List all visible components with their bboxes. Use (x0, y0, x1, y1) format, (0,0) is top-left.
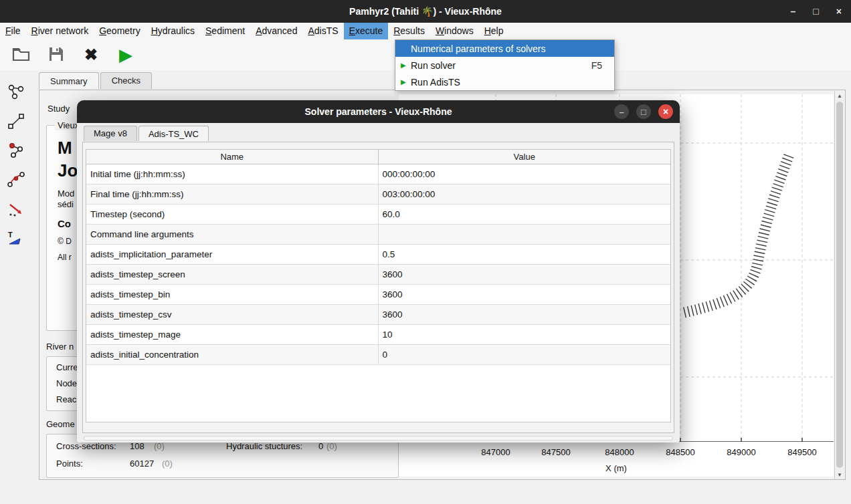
open-project-button[interactable] (11, 44, 32, 66)
table-row[interactable]: Command line arguments (86, 225, 670, 245)
study-title-line1: M (58, 138, 72, 158)
param-name: Command line arguments (86, 225, 379, 244)
menu-hydraulics[interactable]: Hydraulics (146, 23, 200, 39)
param-name: adists_timestep_bin (86, 285, 379, 304)
menu-item-label: Run solver (411, 60, 456, 71)
tab-adis-ts-wc[interactable]: Adis-TS_WC (138, 126, 209, 141)
header-value[interactable]: Value (379, 150, 671, 164)
river-network-icon (7, 82, 25, 103)
cross-sections-value: 108 (130, 441, 145, 451)
execute-menu: Numerical parameters of solvers ▶ Run so… (395, 39, 615, 91)
scroll-up-arrow[interactable]: ▲ (835, 91, 844, 100)
dialog-title: Solver parameters - Vieux-Rhône (305, 106, 452, 117)
menu-item-run-adists[interactable]: ▶ Run AdisTS (395, 74, 614, 90)
table-row[interactable]: adists_timestep_bin 3600 (86, 285, 670, 305)
menu-windows[interactable]: Windows (430, 23, 479, 39)
reach-icon (7, 112, 25, 132)
table-row[interactable]: Final time (jj:hh:mm:ss) 003:00:00:00 (86, 184, 670, 205)
param-value[interactable]: 003:00:00:00 (379, 184, 671, 204)
param-value[interactable]: 3600 (379, 305, 671, 324)
param-value[interactable]: 10 (379, 325, 671, 344)
tab-mage-v8[interactable]: Mage v8 (84, 126, 137, 141)
play-icon: ▶ (401, 78, 411, 86)
menu-help[interactable]: Help (479, 23, 509, 39)
run-play-icon: ▶ (119, 46, 132, 64)
param-name: Timestep (second) (86, 205, 379, 224)
scrollbar-thumb[interactable] (836, 102, 843, 468)
save-floppy-icon (48, 46, 64, 64)
table-row[interactable]: Timestep (second) 60.0 (86, 205, 670, 225)
vertical-scrollbar[interactable]: ▲ ▼ (834, 91, 844, 479)
menu-sediment[interactable]: Sediment (200, 23, 250, 39)
slope-tool-button[interactable] (5, 199, 27, 221)
open-folder-icon (12, 46, 31, 64)
study-desc-line2: sédi (58, 199, 74, 209)
current-network-label: Curre (56, 362, 78, 372)
param-value[interactable]: 3600 (379, 265, 671, 284)
river-network-tool-button[interactable] (5, 82, 27, 103)
menu-river-network[interactable]: River network (26, 23, 94, 39)
transport-arrow-icon: T (7, 229, 25, 250)
dialog-minimize-button[interactable]: – (614, 104, 629, 119)
dialog-maximize-button[interactable]: □ (636, 104, 651, 119)
reach-tool-button[interactable] (5, 111, 27, 132)
menu-item-run-solver[interactable]: ▶ Run solver F5 (395, 57, 614, 74)
param-value[interactable]: 0.5 (379, 245, 671, 264)
table-row[interactable]: adists_initial_concentration 0 (86, 345, 670, 365)
menu-advanced[interactable]: Advanced (250, 23, 302, 39)
menu-adists[interactable]: AdisTS (302, 23, 343, 39)
param-value[interactable]: 000:00:00:00 (379, 164, 671, 184)
tab-summary[interactable]: Summary (39, 72, 99, 89)
scroll-down-arrow[interactable]: ▼ (835, 470, 844, 479)
x-tick-0: 847000 (474, 447, 517, 457)
param-value[interactable] (379, 225, 671, 244)
table-row[interactable]: adists_timestep_screen 3600 (86, 265, 670, 285)
close-button[interactable]: × (836, 6, 842, 17)
x-tick-4: 849000 (720, 447, 763, 457)
table-row[interactable]: adists_implicitation_parameter 0.5 (86, 245, 670, 265)
dialog-close-button[interactable]: × (658, 104, 673, 119)
nodes-icon (7, 141, 25, 162)
header-name[interactable]: Name (86, 150, 379, 164)
shortcut-label: F5 (591, 60, 609, 71)
param-value[interactable]: 0 (379, 345, 671, 364)
solver-parameters-dialog: Solver parameters - Vieux-Rhône – □ × Ma… (77, 100, 680, 443)
param-value[interactable]: 3600 (379, 285, 671, 304)
table-row[interactable]: adists_timestep_mage 10 (86, 325, 670, 345)
window-title: Pamhyr2 (Tahiti 🌴) - Vieux-Rhône (349, 6, 502, 17)
menu-results[interactable]: Results (388, 23, 430, 39)
x-tick-3: 848500 (659, 447, 702, 457)
param-name: adists_timestep_screen (86, 265, 379, 284)
maximize-button[interactable]: □ (813, 6, 818, 17)
geometry-label: Geome (46, 419, 75, 429)
menu-item-label: Numerical parameters of solvers (411, 43, 546, 54)
table-row[interactable]: Initial time (jj:hh:mm:ss) 000:00:00:00 (86, 164, 670, 184)
cross-sections-label: Cross-sections: (56, 441, 116, 451)
study-label: Study (48, 104, 70, 114)
param-value[interactable]: 60.0 (379, 205, 671, 224)
close-project-button[interactable]: ✖ (80, 44, 102, 66)
menu-file[interactable]: File (0, 23, 26, 39)
menu-item-numerical-parameters[interactable]: Numerical parameters of solvers (395, 40, 614, 57)
slope-arrow-icon (7, 200, 25, 221)
window-titlebar[interactable]: Pamhyr2 (Tahiti 🌴) - Vieux-Rhône – □ × (0, 0, 851, 23)
param-name: adists_timestep_mage (86, 325, 379, 344)
nodes-tool-button[interactable] (5, 140, 27, 162)
transport-tool-button[interactable]: T (5, 229, 27, 250)
dialog-titlebar[interactable]: Solver parameters - Vieux-Rhône – □ × (77, 100, 680, 123)
param-name: adists_initial_concentration (86, 345, 379, 364)
x-axis-label: X (m) (399, 463, 834, 473)
menu-execute[interactable]: Execute (344, 23, 389, 39)
tab-checks[interactable]: Checks (100, 72, 152, 89)
nodes-label: Node (56, 378, 77, 388)
run-solver-button[interactable]: ▶ (115, 44, 136, 66)
close-x-icon: ✖ (84, 47, 98, 63)
dialog-horizontal-scrollbar[interactable] (84, 436, 673, 440)
save-button[interactable] (45, 44, 67, 66)
network-graph-tool-button[interactable] (5, 170, 27, 191)
structures-label: Hydraulic stuctures: (226, 441, 302, 451)
minimize-button[interactable]: – (791, 6, 796, 17)
table-row[interactable]: adists_timestep_csv 3600 (86, 305, 670, 325)
menu-geometry[interactable]: Geometry (94, 23, 145, 39)
svg-text:T: T (8, 231, 13, 239)
